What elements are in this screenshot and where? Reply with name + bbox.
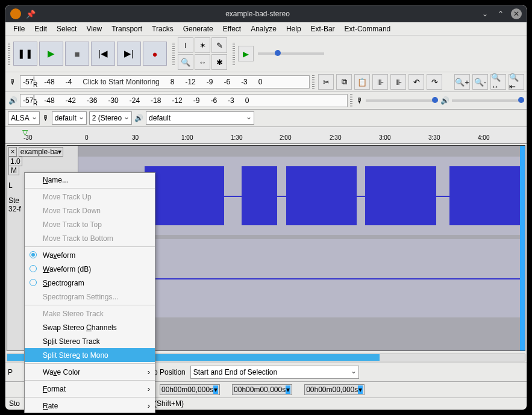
menubar: FileEditSelectViewTransportTracksGenerat… — [5, 22, 527, 36]
menu-item-spectrogram-settings-: Spectrogram Settings... — [25, 290, 155, 304]
multi-tool[interactable]: ✱ — [211, 54, 227, 70]
speaker-icon: 🔊 — [8, 96, 17, 105]
menu-transport[interactable]: Transport — [107, 23, 146, 34]
titlebar: 📌 example-bad-stereo ⌄ ⌃ ✕ — [5, 5, 527, 22]
meter-toolbar: 🎙 LR -57-48-4 Click to Start Monitoring … — [5, 72, 527, 92]
menu-select[interactable]: Select — [52, 23, 81, 34]
menu-item-split-stereo-to-mono[interactable]: Split Stereo to Mono — [25, 348, 155, 362]
timeshift-tool[interactable]: ↔ — [195, 54, 210, 70]
play-at-speed-button[interactable]: ▶ — [238, 46, 254, 61]
grip-icon[interactable] — [8, 42, 10, 65]
play-meter[interactable]: LR-57-48-42-36-30-24-18-12-9-6-30 — [20, 94, 348, 107]
menu-tracks[interactable]: Tracks — [148, 23, 178, 34]
vertical-scrollbar[interactable] — [520, 146, 525, 351]
menu-file[interactable]: File — [9, 23, 29, 34]
sel-start-field[interactable]: 00h00m00,000s▾ — [232, 384, 292, 395]
menu-edit[interactable]: Edit — [30, 23, 51, 34]
redo-button[interactable]: ↷ — [427, 74, 442, 90]
zoom-sel-button[interactable]: 🔍↔ — [490, 74, 506, 90]
stop-button[interactable]: ■ — [65, 42, 89, 66]
menu-item-format[interactable]: Format — [25, 382, 155, 396]
audio-position-field[interactable]: 00h00m00,000s▾ — [160, 384, 220, 395]
play-meter-toolbar: 🔊 LR-57-48-42-36-30-24-18-12-9-6-30 🎙 🔊 — [5, 92, 527, 110]
menu-item-wave-color[interactable]: Wave Color — [25, 365, 155, 379]
skip-end-button[interactable]: ▶| — [117, 42, 141, 66]
envelope-tool[interactable]: ✶ — [195, 37, 210, 53]
device-toolbar: ALSA 🎙 default 2 (Stereo 🔊 default — [5, 110, 527, 127]
menu-item-move-track-to-top: Move Track to Top — [25, 217, 155, 231]
speed-slider[interactable] — [258, 52, 324, 55]
mic-icon: 🎙 — [356, 96, 363, 105]
trim-button[interactable]: ⊪ — [372, 74, 388, 90]
menu-item-rate[interactable]: Rate — [25, 399, 155, 413]
menu-ext-command[interactable]: Ext-Command — [340, 23, 395, 34]
menu-item-waveform[interactable]: Waveform — [25, 248, 155, 262]
close-icon[interactable]: ✕ — [511, 8, 522, 19]
min-icon[interactable]: ⌄ — [480, 8, 490, 19]
grip-icon[interactable] — [312, 75, 315, 89]
record-meter[interactable]: LR -57-48-4 Click to Start Monitoring 8-… — [20, 75, 310, 89]
menu-item-move-track-down: Move Track Down — [25, 204, 155, 217]
pin-icon[interactable]: 📌 — [26, 10, 36, 19]
track-close-button[interactable]: × — [8, 147, 17, 157]
menu-item-move-track-up: Move Track Up — [25, 190, 155, 204]
play-device-select[interactable]: default — [146, 111, 254, 125]
timeline-ruler[interactable]: ▽ -300301:001:302:002:303:003:304:00 — [5, 127, 527, 144]
play-button[interactable]: ▶ — [39, 42, 63, 66]
draw-tool[interactable]: ✎ — [211, 37, 227, 53]
mic-icon: 🎙 — [42, 114, 49, 122]
select-tool[interactable]: I — [178, 37, 193, 53]
menu-generate[interactable]: Generate — [179, 23, 217, 34]
sel-end-field[interactable]: 00h00m00,000s▾ — [304, 384, 365, 395]
rec-vol-slider[interactable] — [366, 99, 438, 102]
menu-item-split-stereo-track[interactable]: Split Stereo Track — [25, 334, 155, 348]
menu-help[interactable]: Help — [282, 23, 305, 34]
max-icon[interactable]: ⌃ — [495, 8, 506, 19]
speaker-icon: 🔊 — [440, 96, 449, 105]
undo-button[interactable]: ↶ — [408, 74, 424, 90]
paste-button[interactable]: 📋 — [354, 74, 370, 90]
mic-icon: 🎙 — [8, 78, 17, 86]
selection-mode-select[interactable]: Start and End of Selection — [190, 366, 359, 379]
channels-select[interactable]: 2 (Stereo — [89, 111, 132, 125]
menu-ext-bar[interactable]: Ext-Bar — [307, 23, 339, 34]
pause-button[interactable]: ❚❚ — [13, 42, 37, 66]
zoom-out-button[interactable]: 🔍- — [472, 74, 488, 90]
skip-start-button[interactable]: |◀ — [91, 42, 115, 66]
copy-button[interactable]: ⧉ — [336, 74, 352, 90]
menu-view[interactable]: View — [82, 23, 106, 34]
menu-item-name-[interactable]: Name... — [25, 173, 155, 187]
menu-item-spectrogram[interactable]: Spectrogram — [25, 276, 155, 290]
zoom-tool[interactable]: 🔍 — [178, 54, 193, 70]
speaker-icon: 🔊 — [134, 114, 143, 122]
cut-button[interactable]: ✂ — [318, 74, 334, 90]
menu-item-swap-stereo-channels[interactable]: Swap Stereo Channels — [25, 320, 155, 334]
zoom-in-button[interactable]: 🔍+ — [454, 74, 470, 90]
grip-icon[interactable] — [172, 42, 175, 65]
menu-effect[interactable]: Effect — [219, 23, 245, 34]
play-vol-slider[interactable] — [452, 99, 524, 102]
app-icon — [10, 8, 21, 19]
menu-item-move-track-to-bottom: Move Track to Bottom — [25, 231, 155, 245]
track-context-menu: Name...Move Track UpMove Track DownMove … — [24, 172, 155, 413]
zoom-fit-button[interactable]: 🔍⇤ — [509, 74, 524, 90]
host-select[interactable]: ALSA — [8, 111, 40, 125]
rec-device-select[interactable]: default — [52, 111, 87, 125]
menu-item-waveform-db-[interactable]: Waveform (dB) — [25, 262, 155, 276]
menu-analyze[interactable]: Analyze — [246, 23, 281, 34]
menu-item-make-stereo-track: Make Stereo Track — [25, 307, 155, 320]
grip-icon[interactable] — [350, 94, 352, 107]
grip-icon[interactable] — [233, 42, 235, 65]
silence-button[interactable]: ⊪ — [390, 74, 406, 90]
window-title: example-bad-stereo — [40, 10, 475, 18]
record-button[interactable]: ● — [143, 42, 167, 66]
transport-toolbar: ❚❚ ▶ ■ |◀ ▶| ● I ✶ ✎ 🔍 ↔ ✱ ▶ — [5, 36, 527, 72]
